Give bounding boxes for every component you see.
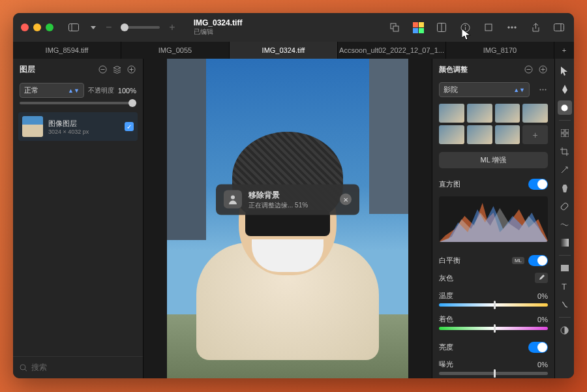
svg-point-30 — [545, 89, 546, 91]
preset-thumb[interactable] — [439, 125, 464, 144]
app-window: − + IMG_0324.tiff 已编辑 IMG_8594.tiff IMG_… — [13, 13, 574, 378]
brightness-toggle[interactable] — [528, 342, 548, 353]
zoom-slider[interactable] — [121, 26, 160, 29]
title-main: IMG_0324.tiff — [194, 18, 382, 27]
document-title: IMG_0324.tiff 已编辑 — [194, 18, 382, 37]
window-controls — [21, 23, 53, 31]
pen-tool-icon[interactable] — [558, 82, 572, 97]
sidebar-toggle-icon[interactable] — [67, 20, 81, 35]
svg-rect-33 — [565, 129, 569, 132]
tab-1[interactable]: IMG_0055 — [121, 42, 230, 59]
histogram-label: 直方图 — [439, 179, 460, 189]
tab-4[interactable]: IMG_8170 — [446, 42, 554, 59]
histogram-toggle[interactable] — [528, 179, 548, 190]
heal-tool-icon[interactable] — [558, 199, 572, 213]
exposure-value: 0% — [537, 361, 548, 369]
toast-close-button[interactable]: ✕ — [340, 194, 352, 205]
tab-3[interactable]: Accsoon_ult02_2022_12_07_1... — [338, 42, 446, 59]
rect-tool-icon[interactable] — [558, 261, 572, 275]
grid-tool-icon[interactable] — [558, 126, 572, 140]
new-tab-button[interactable]: + — [554, 42, 574, 59]
tint-value: 0% — [537, 316, 548, 324]
adjust-add-icon[interactable] — [537, 64, 548, 74]
preset-thumb[interactable] — [495, 104, 520, 123]
preset-add-button[interactable]: + — [522, 125, 548, 144]
preset-thumb[interactable] — [439, 104, 464, 123]
canvas[interactable]: 移除背景 正在调整边缘... 51% ✕ — [143, 59, 432, 378]
adjust-remove-icon[interactable] — [523, 64, 534, 74]
ml-enhance-button[interactable]: ML 增强 — [439, 152, 548, 168]
layer-remove-icon[interactable] — [97, 65, 108, 75]
layer-thumbnail — [22, 116, 43, 137]
exposure-slider[interactable] — [439, 372, 548, 375]
svg-rect-9 — [485, 24, 492, 31]
main-area: 图层 正常 ▲▼ 不透明度 100% 图像图层 3024 × 4032 p — [13, 59, 574, 378]
tab-2[interactable]: IMG_0324.tiff — [230, 42, 338, 59]
tab-0[interactable]: IMG_8594.tiff — [13, 42, 121, 59]
gradient-tool-icon[interactable] — [558, 235, 572, 250]
opacity-slider[interactable] — [20, 102, 136, 104]
tint-slider[interactable] — [439, 327, 548, 330]
toast-subtitle: 正在调整边缘... 51% — [248, 200, 333, 209]
blend-mode-value: 正常 — [24, 85, 38, 95]
share-icon[interactable] — [528, 20, 543, 35]
svg-text:T: T — [562, 282, 567, 290]
clone-tool-icon[interactable] — [558, 181, 572, 195]
shape-tool-icon[interactable] — [558, 297, 572, 312]
temp-slider[interactable] — [439, 303, 548, 307]
arrow-tool-icon[interactable] — [558, 64, 572, 78]
brush-tool-icon[interactable] — [558, 100, 572, 115]
svg-line-21 — [25, 369, 27, 371]
svg-rect-13 — [554, 24, 564, 31]
preset-thumb[interactable] — [467, 125, 492, 144]
preset-thumb[interactable] — [495, 125, 520, 144]
crop-tool-icon[interactable] — [558, 144, 572, 158]
close-window-button[interactable] — [21, 23, 29, 31]
info-icon[interactable] — [458, 20, 472, 35]
preset-options-icon[interactable] — [537, 85, 548, 95]
adjustments-header: 颜色调整 — [432, 59, 554, 80]
svg-point-11 — [511, 27, 513, 28]
svg-rect-35 — [565, 134, 569, 137]
temp-label: 温度 — [439, 291, 537, 301]
title-sub: 已编辑 — [194, 27, 382, 37]
chevron-down-icon[interactable] — [86, 20, 100, 35]
person-icon — [224, 190, 242, 209]
more-icon[interactable] — [505, 20, 519, 35]
preset-thumb[interactable] — [467, 104, 492, 123]
histogram-section: 直方图 — [432, 172, 554, 194]
layer-add-icon[interactable] — [126, 65, 136, 75]
text-tool-icon[interactable]: T — [558, 279, 572, 294]
layer-visibility-checkbox[interactable]: ✓ — [125, 122, 134, 131]
warp-tool-icon[interactable] — [558, 217, 572, 232]
panel-icon[interactable] — [434, 20, 449, 35]
layers-icon[interactable] — [387, 20, 402, 35]
layers-title: 图层 — [20, 64, 35, 75]
layer-row[interactable]: 图像图层 3024 × 4032 px ✓ — [18, 112, 138, 141]
color-picker-tool-icon[interactable] — [558, 323, 572, 337]
search-bar[interactable]: 搜索 — [13, 356, 143, 378]
toolbar-right — [387, 20, 566, 35]
svg-rect-3 — [393, 26, 399, 31]
hue-label: 灰色 — [439, 273, 535, 283]
layers-panel: 图层 正常 ▲▼ 不透明度 100% 图像图层 3024 × 4032 p — [13, 59, 143, 378]
brightness-label: 亮度 — [439, 342, 453, 352]
eyedropper-button[interactable] — [535, 273, 548, 283]
layers-header: 图层 — [13, 59, 143, 80]
photo — [167, 59, 408, 378]
tool-strip: T — [554, 59, 574, 378]
wb-toggle[interactable] — [528, 255, 548, 266]
titlebar: − + IMG_0324.tiff 已编辑 — [13, 13, 574, 42]
color-adjust-icon[interactable] — [411, 20, 425, 35]
magic-tool-icon[interactable] — [558, 162, 572, 177]
svg-point-22 — [231, 196, 235, 200]
crop-icon[interactable] — [481, 20, 496, 35]
layer-stack-icon[interactable] — [112, 65, 122, 75]
inspector-toggle-icon[interactable] — [552, 20, 566, 35]
minimize-window-button[interactable] — [33, 23, 41, 31]
fullscreen-window-button[interactable] — [46, 23, 53, 31]
preset-select[interactable]: 影院 ▲▼ — [439, 82, 530, 97]
blend-mode-select[interactable]: 正常 ▲▼ — [20, 83, 84, 98]
preset-thumb[interactable] — [522, 104, 548, 123]
layer-info: 图像图层 3024 × 4032 px — [48, 119, 119, 135]
